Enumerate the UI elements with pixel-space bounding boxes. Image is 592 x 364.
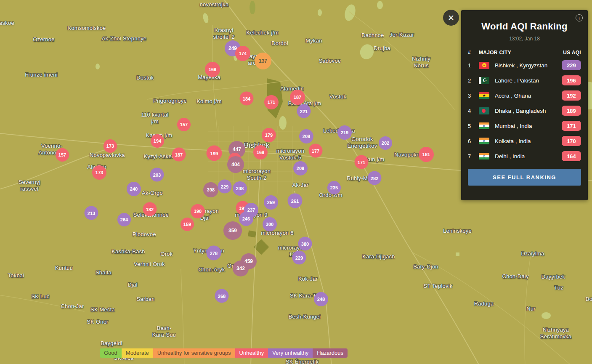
flag-india-icon	[479, 153, 489, 160]
aqi-marker[interactable]: 171	[264, 95, 279, 109]
ranking-header-row: # MAJOR CITY US AQI	[468, 50, 581, 56]
aqi-marker[interactable]: 177	[309, 144, 323, 158]
aqi-marker[interactable]: 404	[227, 156, 244, 173]
rank-number: 6	[468, 138, 479, 144]
legend-item-good: Good	[100, 348, 122, 358]
aqi-marker[interactable]: 187	[290, 90, 305, 105]
world-aqi-ranking-panel: i World AQI Ranking 13:02, Jan 18 # MAJO…	[461, 10, 588, 200]
rank-number: 3	[468, 93, 479, 99]
aqi-marker[interactable]: 398	[203, 182, 218, 197]
legend-item-moderate: Moderate	[122, 348, 153, 358]
aqi-badge: 170	[562, 136, 581, 146]
aqi-marker[interactable]: 221	[297, 104, 311, 118]
ranking-row[interactable]: 6Kolkata , India170	[468, 133, 581, 149]
aqi-marker[interactable]: 300	[263, 217, 277, 231]
aqi-marker[interactable]: 173	[92, 165, 106, 180]
rank-number: 4	[468, 108, 479, 114]
aqi-marker[interactable]: 137	[255, 53, 271, 69]
panel-timestamp: 13:02, Jan 18	[468, 36, 581, 42]
rank-number: 7	[468, 153, 479, 159]
aqi-marker[interactable]: 380	[298, 237, 312, 251]
aqi-marker[interactable]: 246	[239, 212, 253, 226]
aqi-marker[interactable]: 240	[127, 182, 141, 196]
aqi-legend: GoodModerateUnhealthy for sensitive grou…	[100, 348, 348, 358]
flag-india-icon	[479, 122, 489, 130]
aqi-marker[interactable]: 184	[240, 92, 254, 106]
panel-title: World AQI Ranking	[468, 21, 581, 32]
map-canvas[interactable]: novostrojkaeskoeKomsomolskoeOzernoeAk-Zh…	[0, 0, 592, 364]
aqi-badge: 171	[562, 121, 581, 131]
aqi-badge: 189	[562, 106, 581, 116]
ranking-row[interactable]: 5Mumbai , India171	[468, 118, 581, 133]
aqi-marker[interactable]: 157	[177, 118, 191, 131]
legend-item-unhealthy-for-sensitive-groups: Unhealthy for sensitive groups	[153, 348, 235, 358]
ranking-row[interactable]: 4Dhaka , Bangladesh189	[468, 103, 581, 118]
aqi-marker[interactable]: 202	[379, 136, 392, 150]
city-name: Accra , Ghana	[495, 93, 562, 99]
aqi-marker[interactable]: 235	[327, 181, 341, 194]
aqi-marker[interactable]: 282	[368, 171, 382, 185]
aqi-marker[interactable]: 213	[85, 206, 98, 220]
column-rank: #	[468, 50, 479, 56]
aqi-marker[interactable]: 342	[233, 260, 249, 276]
column-city: MAJOR CITY	[479, 50, 559, 56]
aqi-marker[interactable]: 179	[262, 128, 276, 142]
aqi-marker[interactable]: 171	[355, 155, 369, 169]
aqi-badge: 196	[562, 75, 581, 85]
flag-kyrgyzstan-icon	[479, 62, 489, 69]
aqi-marker[interactable]: 187	[172, 148, 186, 162]
aqi-marker[interactable]: 199	[207, 146, 222, 161]
city-name: Kolkata , India	[495, 138, 562, 144]
aqi-marker[interactable]: 181	[419, 147, 434, 162]
aqi-marker[interactable]: 159	[181, 218, 194, 231]
aqi-marker[interactable]: 174	[235, 46, 250, 61]
city-name: Lahore , Pakistan	[495, 77, 562, 84]
aqi-marker[interactable]: 229	[292, 251, 306, 265]
ranking-row[interactable]: 3★Accra , Ghana192	[468, 88, 581, 103]
ranking-row[interactable]: 2☪Lahore , Pakistan196	[468, 73, 581, 88]
flag-bangladesh-icon	[479, 107, 489, 114]
aqi-marker[interactable]: 264	[117, 213, 131, 226]
aqi-marker[interactable]: 248	[314, 292, 328, 306]
close-icon: ✕	[448, 13, 454, 23]
aqi-marker[interactable]: 261	[288, 194, 303, 208]
aqi-marker[interactable]: 173	[104, 139, 117, 153]
legend-item-unhealthy: Unhealthy	[235, 348, 268, 358]
aqi-marker[interactable]: 208	[299, 129, 313, 143]
rank-number: 1	[468, 62, 479, 69]
see-full-ranking-button[interactable]: SEE FULL RANKING	[468, 169, 581, 186]
ranking-row[interactable]: 1Bishkek , Kyrgyzstan229	[468, 58, 581, 73]
aqi-marker[interactable]: 248	[233, 181, 247, 196]
rank-number: 2	[468, 77, 479, 84]
aqi-badge: 229	[562, 60, 581, 70]
ranking-row[interactable]: 7Delhi , India164	[468, 149, 581, 164]
legend-item-hazardous: Hazardous	[313, 348, 348, 358]
aqi-marker[interactable]: 182	[143, 202, 157, 216]
aqi-marker[interactable]: 157	[56, 148, 69, 162]
city-name: Bishkek , Kyrgyzstan	[495, 62, 562, 69]
flag-india-icon	[479, 138, 489, 145]
aqi-marker[interactable]: 190	[191, 204, 205, 218]
column-aqi: US AQI	[559, 50, 581, 56]
close-panel-button[interactable]: ✕	[443, 10, 459, 26]
aqi-marker[interactable]: 168	[205, 62, 220, 77]
flag-pakistan-icon: ☪	[479, 77, 489, 84]
aqi-marker[interactable]: 278	[207, 246, 221, 260]
aqi-marker[interactable]: 203	[150, 168, 164, 182]
rank-number: 5	[468, 123, 479, 129]
aqi-marker[interactable]: 219	[337, 125, 352, 140]
aqi-marker[interactable]: 359	[223, 221, 242, 240]
flag-ghana-icon: ★	[479, 92, 489, 99]
city-name: Delhi , India	[495, 153, 562, 159]
aqi-marker[interactable]: 229	[218, 180, 232, 194]
aqi-marker[interactable]: 194	[151, 134, 164, 148]
aqi-badge: 192	[562, 90, 581, 101]
aqi-marker[interactable]: 259	[264, 195, 278, 210]
info-icon[interactable]: i	[576, 14, 583, 21]
city-name: Mumbai , India	[495, 123, 562, 129]
aqi-marker[interactable]: 168	[253, 145, 268, 159]
ranking-rows: 1Bishkek , Kyrgyzstan2292☪Lahore , Pakis…	[468, 58, 581, 164]
aqi-marker[interactable]: 208	[293, 161, 308, 175]
aqi-marker[interactable]: 268	[215, 289, 229, 303]
city-name: Dhaka , Bangladesh	[495, 108, 562, 114]
